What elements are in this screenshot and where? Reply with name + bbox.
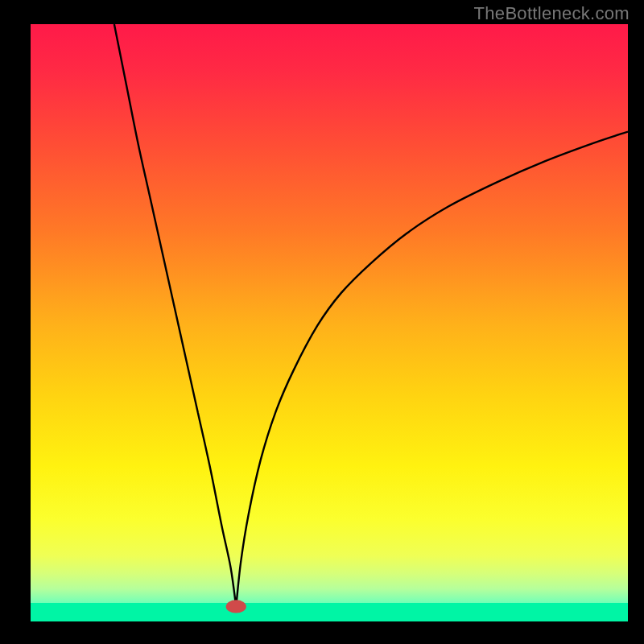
chart-svg (31, 24, 628, 621)
gradient-background (31, 24, 628, 621)
bottom-band (31, 603, 628, 621)
bottleneck-marker (226, 600, 246, 613)
chart-plot-area (31, 24, 628, 621)
watermark-label: TheBottleneck.com (474, 3, 630, 24)
